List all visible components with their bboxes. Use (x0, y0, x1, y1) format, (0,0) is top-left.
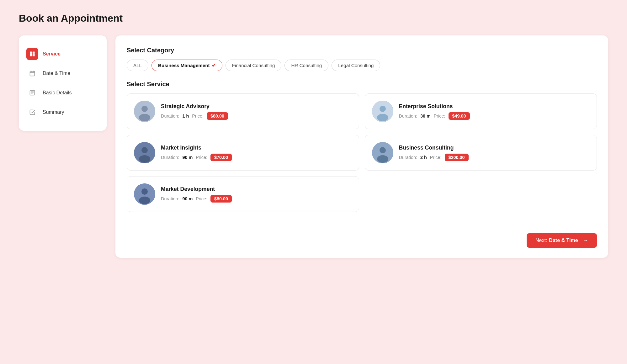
service-card-market-development[interactable]: Market Development Duration: 90 m Price:… (127, 176, 359, 212)
service-avatar (134, 183, 155, 205)
duration-label: Duration: (399, 155, 417, 160)
cat-business-management[interactable]: Business Management ✔ (151, 60, 222, 71)
service-avatar (134, 142, 155, 163)
service-avatar (372, 101, 393, 122)
details-icon (26, 87, 38, 99)
svg-point-25 (141, 188, 148, 195)
service-meta: Duration: 2 h Price: $200.00 (399, 154, 590, 161)
sidebar-item-date-time[interactable]: Date & Time (26, 64, 99, 83)
svg-point-20 (139, 155, 150, 163)
svg-rect-4 (30, 71, 35, 76)
duration-value: 2 h (420, 155, 427, 160)
duration-value: 1 h (182, 113, 189, 119)
service-card-enterprise-solutions[interactable]: Enterprise Solutions Duration: 30 m Pric… (365, 93, 597, 129)
select-category-title: Select Category (127, 47, 597, 54)
svg-point-13 (141, 106, 148, 112)
select-service-title: Select Service (127, 81, 597, 88)
service-card-strategic-advisory[interactable]: Strategic Advisory Duration: 1 h Price: … (127, 93, 359, 129)
duration-label: Duration: (399, 113, 417, 119)
svg-rect-2 (30, 54, 32, 56)
check-icon: ✔ (212, 62, 216, 68)
next-prefix: Next: (535, 238, 547, 243)
main-content: Select Category ALL Business Management … (115, 35, 608, 258)
service-card-market-insights[interactable]: Market Insights Duration: 90 m Price: $7… (127, 135, 359, 171)
price-badge: $200.00 (445, 154, 469, 161)
sidebar: Service Date & Time (19, 35, 107, 131)
price-label: Price: (196, 155, 207, 160)
service-icon (26, 48, 38, 60)
service-meta: Duration: 30 m Price: $49.00 (399, 112, 590, 120)
sidebar-details-label: Basic Details (43, 90, 72, 96)
svg-point-14 (139, 114, 150, 121)
cat-financial-consulting[interactable]: Financial Consulting (226, 60, 282, 71)
price-badge: $80.00 (210, 195, 232, 203)
service-name: Market Development (161, 186, 352, 193)
cat-legal-consulting[interactable]: Legal Consulting (332, 60, 380, 71)
sidebar-service-label: Service (43, 51, 61, 57)
sidebar-item-basic-details[interactable]: Basic Details (26, 83, 99, 103)
service-avatar (134, 101, 155, 122)
service-info: Strategic Advisory Duration: 1 h Price: … (161, 103, 352, 120)
service-name: Business Consulting (399, 145, 590, 151)
svg-rect-3 (33, 54, 35, 56)
price-label: Price: (434, 113, 445, 119)
cat-hr-consulting[interactable]: HR Consulting (284, 60, 328, 71)
next-button[interactable]: Next: Date & Time → (527, 233, 597, 248)
duration-label: Duration: (161, 155, 179, 160)
price-label: Price: (192, 113, 204, 119)
svg-rect-0 (30, 52, 32, 54)
summary-icon (26, 106, 38, 118)
sidebar-item-summary[interactable]: Summary (26, 103, 99, 122)
next-label: Date & Time (549, 238, 578, 243)
svg-point-26 (139, 197, 150, 204)
main-layout: Service Date & Time (19, 35, 608, 258)
svg-point-19 (141, 147, 148, 153)
svg-point-22 (380, 147, 386, 153)
service-info: Business Consulting Duration: 2 h Price:… (399, 145, 590, 161)
service-info: Market Insights Duration: 90 m Price: $7… (161, 145, 352, 161)
page-title: Book an Appointment (19, 13, 608, 24)
category-filters: ALL Business Management ✔ Financial Cons… (127, 60, 597, 71)
service-meta: Duration: 90 m Price: $80.00 (161, 195, 352, 203)
service-name: Market Insights (161, 145, 352, 151)
duration-label: Duration: (161, 196, 179, 201)
price-badge: $70.00 (210, 154, 232, 161)
cat-all[interactable]: ALL (127, 60, 148, 71)
next-arrow: → (583, 238, 588, 243)
footer-bar: Next: Date & Time → (127, 231, 597, 248)
service-meta: Duration: 1 h Price: $80.00 (161, 112, 352, 120)
service-info: Market Development Duration: 90 m Price:… (161, 186, 352, 203)
duration-label: Duration: (161, 113, 179, 119)
service-grid: Strategic Advisory Duration: 1 h Price: … (127, 93, 597, 212)
sidebar-summary-label: Summary (43, 109, 64, 115)
calendar-icon (26, 67, 38, 79)
price-label: Price: (196, 196, 207, 201)
sidebar-item-service[interactable]: Service (26, 44, 99, 64)
price-badge: $80.00 (207, 112, 228, 120)
service-avatar (372, 142, 393, 163)
duration-value: 30 m (420, 113, 431, 119)
price-label: Price: (430, 155, 442, 160)
service-name: Enterprise Solutions (399, 103, 590, 110)
duration-value: 90 m (182, 155, 193, 160)
svg-point-23 (377, 155, 388, 163)
service-card-business-consulting[interactable]: Business Consulting Duration: 2 h Price:… (365, 135, 597, 171)
svg-rect-1 (33, 52, 35, 54)
service-info: Enterprise Solutions Duration: 30 m Pric… (399, 103, 590, 120)
svg-point-16 (380, 106, 386, 112)
svg-point-17 (377, 114, 388, 121)
service-meta: Duration: 90 m Price: $70.00 (161, 154, 352, 161)
sidebar-datetime-label: Date & Time (43, 71, 70, 76)
duration-value: 90 m (182, 196, 193, 201)
service-name: Strategic Advisory (161, 103, 352, 110)
price-badge: $49.00 (449, 112, 470, 120)
